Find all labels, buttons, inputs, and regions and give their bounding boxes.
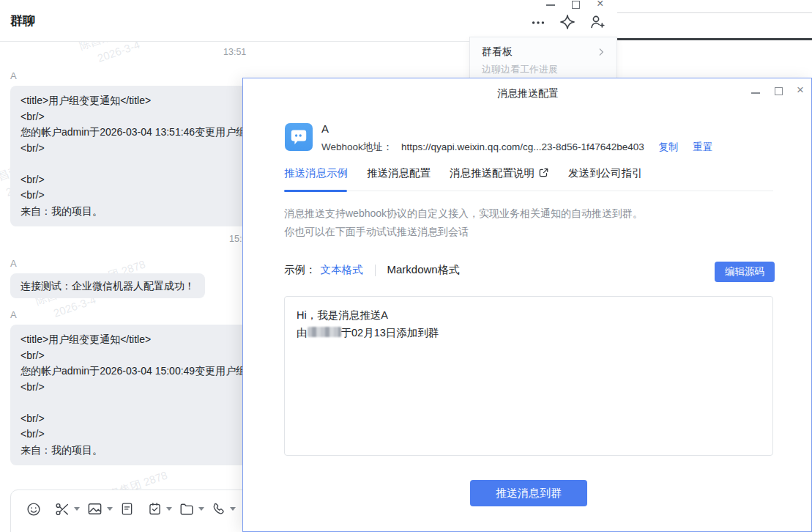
chevron-right-icon[interactable]	[596, 47, 606, 60]
message-preview-box[interactable]: Hi，我是消息推送A 由于02月13日添加到群	[284, 296, 773, 456]
tab-push-config[interactable]: 推送消息配置	[367, 166, 431, 191]
message-bubble[interactable]: 连接测试：企业微信机器人配置成功！	[10, 273, 205, 298]
selection-highlight-bar	[617, 40, 812, 73]
tab-push-example[interactable]: 推送消息示例	[284, 166, 348, 191]
tab-company-guide[interactable]: 发送到公司指引	[568, 166, 643, 191]
file-icon[interactable]	[119, 501, 135, 517]
reset-link[interactable]: 重置	[693, 141, 712, 152]
robot-avatar	[285, 123, 313, 151]
webhook-url: https://qyapi.weixin.qq.com/cg...23-8d56…	[401, 141, 644, 152]
description-line: 你也可以在下面手动试试推送消息到会话	[284, 226, 469, 239]
example-format-row: 示例： 文本格式 Markdown格式	[284, 263, 460, 277]
sender-label: A	[10, 309, 17, 320]
close-icon[interactable]: ×	[597, 0, 603, 9]
active-tab-underline	[284, 190, 347, 192]
maximize-icon[interactable]	[572, 1, 580, 9]
bot-name: A	[321, 122, 329, 135]
tab-config-doc[interactable]: 消息推送配置说明	[450, 166, 549, 191]
edit-source-button[interactable]: 编辑源码	[715, 262, 775, 282]
add-member-icon[interactable]	[589, 13, 606, 31]
format-markdown-option[interactable]: Markdown格式	[387, 263, 460, 277]
preview-line-2: 由于02月13日添加到群	[297, 324, 761, 341]
chat-header-actions	[530, 13, 606, 31]
chevron-down-icon[interactable]	[74, 507, 80, 511]
divider	[617, 12, 812, 13]
chevron-down-icon[interactable]	[198, 507, 204, 511]
chat-bubble-icon	[285, 123, 313, 151]
push-message-button[interactable]: 推送消息到群	[470, 480, 587, 506]
todo-icon[interactable]	[147, 501, 172, 517]
chevron-down-icon[interactable]	[230, 507, 236, 511]
format-text-option[interactable]: 文本格式	[321, 263, 363, 277]
message-text: <title>用户组变更通知</title><br/>您的帐户admin于202…	[21, 93, 272, 219]
menu-item-group-board[interactable]: 群看板	[482, 45, 513, 59]
example-label: 示例：	[284, 263, 316, 277]
call-icon[interactable]	[211, 501, 236, 517]
chevron-down-icon[interactable]	[107, 507, 113, 511]
description-line: 消息推送支持webhook协议的自定义接入，实现业务相关通知的自动推送到群。	[284, 207, 643, 221]
external-link-icon	[538, 167, 549, 178]
sparkle-icon[interactable]	[559, 14, 576, 30]
emoji-icon[interactable]	[26, 501, 42, 517]
redacted-name	[308, 327, 341, 337]
message-text: 连接测试：企业微信机器人配置成功！	[21, 278, 195, 293]
sender-label: A	[10, 70, 17, 81]
screenshot-icon[interactable]	[54, 501, 80, 517]
close-icon[interactable]: ×	[797, 83, 804, 97]
minimize-icon[interactable]	[751, 92, 760, 94]
dialog-tabs: 推送消息示例 推送消息配置 消息推送配置说明 发送到公司指引	[284, 166, 773, 191]
divider	[375, 265, 376, 276]
sender-label: A	[10, 258, 17, 269]
chat-title: 群聊	[10, 12, 35, 29]
preview-line-1: Hi，我是消息推送A	[297, 306, 761, 324]
push-config-dialog: 消息推送配置 × A Webhook地址： https://qyapi.weix…	[242, 78, 812, 532]
folder-icon[interactable]	[179, 501, 204, 517]
copy-link[interactable]: 复制	[659, 141, 679, 152]
image-icon[interactable]	[86, 500, 113, 517]
message-timestamp: 13:51	[223, 47, 246, 57]
webhook-row: Webhook地址： https://qyapi.weixin.qq.com/c…	[321, 141, 712, 154]
maximize-icon[interactable]	[775, 87, 783, 95]
screen: 陈昌荣@百奥集团 28782026-3-4 陈昌荣@百奥集团 28782026-…	[0, 0, 812, 532]
chevron-down-icon[interactable]	[166, 507, 172, 511]
more-icon[interactable]	[530, 14, 546, 30]
message-text: <title>用户组变更通知</title><br/>您的帐户admin于202…	[21, 332, 272, 458]
minimize-icon[interactable]	[546, 4, 555, 6]
webhook-label: Webhook地址：	[321, 141, 392, 152]
menu-item-group-board-subtitle: 边聊边看工作进展	[482, 63, 558, 76]
chat-more-menu: 群看板 边聊边看工作进展	[469, 37, 617, 79]
background-window	[617, 0, 812, 78]
dialog-title: 消息推送配置	[243, 87, 812, 100]
input-toolbar	[26, 500, 242, 517]
